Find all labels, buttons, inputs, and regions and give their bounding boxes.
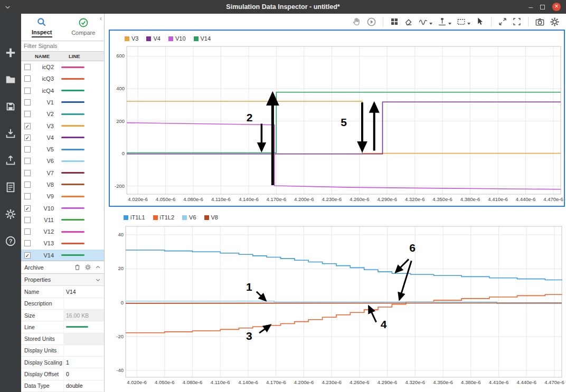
signal-row-V3[interactable]: ✓V3 — [21, 120, 104, 131]
archive-collapse-chevron-icon[interactable] — [95, 264, 101, 270]
signal-line-swatch[interactable] — [61, 231, 84, 233]
signal-row-icQ2[interactable]: icQ2 — [21, 61, 104, 73]
property-value[interactable]: 16.00 KB — [63, 310, 104, 321]
legend-item-V6[interactable]: V6 — [182, 214, 196, 221]
layout-button[interactable] — [390, 17, 399, 26]
signal-row-icQ4[interactable]: icQ4 — [21, 84, 104, 96]
signal-line-swatch[interactable] — [61, 243, 84, 244]
signal-line-swatch[interactable] — [61, 160, 84, 162]
signal-row-V14[interactable]: ✓V14 — [21, 250, 104, 261]
preferences-button[interactable] — [3, 207, 18, 222]
signal-checkbox[interactable] — [24, 158, 31, 164]
property-value[interactable] — [63, 345, 104, 356]
open-button[interactable] — [3, 72, 18, 87]
signal-checkbox[interactable] — [24, 99, 31, 106]
signal-row-V8[interactable]: V8 — [21, 179, 104, 190]
save-button[interactable] — [3, 99, 18, 114]
signal-line-swatch[interactable] — [61, 219, 84, 221]
legend-item-V8[interactable]: V8 — [204, 214, 218, 221]
signal-checkbox[interactable]: ✓ — [24, 252, 31, 259]
property-value[interactable] — [63, 298, 104, 309]
help-button[interactable]: ? — [3, 234, 18, 248]
signal-line-swatch[interactable] — [61, 254, 84, 256]
signal-row-V6[interactable]: V6 — [21, 155, 104, 167]
top-chart-canvas[interactable]: 4.020e-64.050e-64.080e-64.110e-64.140e-6… — [110, 43, 564, 206]
signal-checkbox[interactable] — [24, 181, 31, 188]
filter-signals-input[interactable] — [21, 41, 104, 52]
signal-row-V11[interactable]: V11 — [21, 214, 104, 226]
property-value[interactable]: 1 — [63, 357, 104, 368]
signal-row-V12[interactable]: V12 — [21, 226, 104, 237]
signal-line-swatch[interactable] — [61, 149, 84, 150]
data-cursors-button[interactable] — [437, 17, 451, 27]
minimize-button[interactable]: – — [529, 4, 533, 9]
signal-row-V13[interactable]: V13 — [21, 237, 104, 249]
signal-checkbox[interactable] — [24, 217, 31, 223]
property-value[interactable] — [63, 321, 104, 332]
signal-checkbox[interactable] — [24, 228, 31, 235]
restore-button[interactable] — [540, 5, 545, 9]
signal-line-swatch[interactable] — [61, 196, 84, 197]
legend-item-iT1L1[interactable]: iT1L1 — [124, 214, 145, 221]
signal-checkbox[interactable] — [24, 240, 31, 246]
signal-line-swatch[interactable] — [61, 78, 84, 80]
report-button[interactable] — [3, 180, 18, 195]
signal-row-V1[interactable]: V1 — [21, 97, 104, 108]
signal-row-V4[interactable]: ✓V4 — [21, 132, 104, 144]
pointer-mode-button[interactable] — [475, 17, 485, 26]
close-button[interactable]: × — [552, 3, 561, 11]
properties-header[interactable]: Properties — [21, 274, 104, 286]
signal-checkbox[interactable] — [24, 75, 31, 82]
signal-trace-button[interactable] — [418, 17, 432, 27]
signal-checkbox[interactable]: ✓ — [24, 135, 31, 141]
import-button[interactable] — [3, 126, 18, 141]
archive-settings-gear-icon[interactable] — [84, 264, 91, 271]
signal-line-swatch[interactable] — [61, 207, 84, 209]
property-value[interactable] — [63, 333, 104, 345]
property-value[interactable]: V14 — [63, 286, 104, 297]
replay-button[interactable] — [366, 17, 376, 27]
signal-row-icQ3[interactable]: icQ3 — [21, 73, 104, 84]
snapshot-button[interactable] — [535, 17, 545, 27]
signal-checkbox[interactable]: ✓ — [24, 205, 31, 212]
add-button[interactable] — [3, 45, 18, 60]
signal-line-swatch[interactable] — [61, 90, 84, 91]
plot-settings-button[interactable] — [550, 17, 560, 27]
expand-button[interactable] — [498, 17, 507, 26]
legend-item-V14[interactable]: V14 — [194, 35, 211, 42]
legend-item-V3[interactable]: V3 — [125, 35, 138, 42]
fit-screen-button[interactable] — [512, 17, 522, 26]
legend-item-V10[interactable]: V10 — [168, 35, 186, 42]
signal-checkbox[interactable] — [24, 111, 31, 117]
bottom-plot[interactable]: iT1L1iT1L2V6V8 4.020e-64.050e-64.080e-64… — [109, 209, 565, 390]
export-button[interactable] — [3, 153, 18, 168]
top-plot[interactable]: V3V4V10V14 4.020e-64.050e-64.080e-64.110… — [109, 30, 565, 207]
property-value[interactable]: double — [63, 380, 104, 391]
zoom-select-button[interactable] — [456, 17, 470, 27]
signal-checkbox[interactable] — [24, 88, 31, 94]
signal-line-swatch[interactable] — [61, 184, 84, 185]
clear-plots-button[interactable] — [404, 17, 413, 26]
tab-inspect[interactable]: Inspect — [21, 14, 63, 41]
bottom-chart-canvas[interactable]: 4.020e-64.050e-64.080e-64.110e-64.140e-6… — [109, 222, 565, 390]
signal-checkbox[interactable] — [24, 64, 31, 70]
signal-line-swatch[interactable] — [61, 66, 84, 68]
signal-line-swatch[interactable] — [61, 172, 84, 174]
signal-checkbox[interactable]: ✓ — [24, 123, 31, 129]
archive-bar[interactable]: Archive — [21, 261, 104, 274]
signal-row-V7[interactable]: V7 — [21, 167, 104, 179]
signal-checkbox[interactable] — [24, 193, 31, 199]
legend-item-iT1L2[interactable]: iT1L2 — [153, 214, 175, 221]
signal-line-swatch[interactable] — [61, 113, 84, 115]
signal-row-V10[interactable]: ✓V10 — [21, 202, 104, 214]
signal-checkbox[interactable] — [24, 146, 31, 152]
window-menu-chevron-icon[interactable] — [4, 4, 11, 11]
property-value[interactable]: 0 — [63, 368, 104, 379]
signal-row-V5[interactable]: V5 — [21, 144, 104, 155]
legend-item-V4[interactable]: V4 — [146, 35, 160, 42]
signal-line-swatch[interactable] — [61, 125, 84, 127]
signal-row-V2[interactable]: V2 — [21, 108, 104, 120]
pan-button[interactable] — [352, 17, 362, 27]
signal-line-swatch[interactable] — [61, 137, 84, 138]
collapse-panel-chevron-icon[interactable]: ‹ — [100, 15, 102, 22]
